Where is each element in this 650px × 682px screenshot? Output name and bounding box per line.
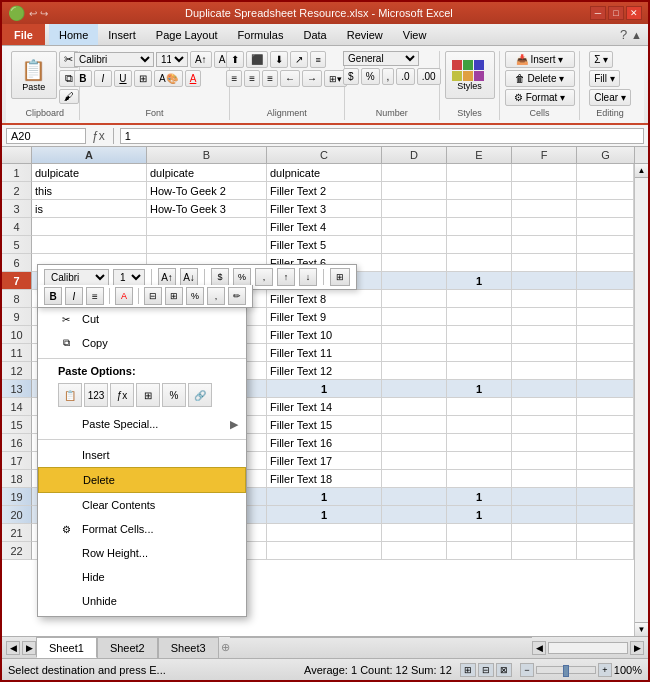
row-header[interactable]: 10 <box>2 326 32 344</box>
row-header[interactable]: 19 <box>2 488 32 506</box>
row-header[interactable]: 3 <box>2 200 32 218</box>
number-format-select[interactable]: General <box>343 51 419 66</box>
align-center-button[interactable]: ≡ <box>244 70 260 87</box>
scroll-right-button[interactable]: ▶ <box>630 641 644 655</box>
formula-input[interactable] <box>120 128 644 144</box>
grid-cell[interactable]: Filler Text 3 <box>267 200 382 218</box>
row-header[interactable]: 16 <box>2 434 32 452</box>
grid-cell[interactable] <box>382 290 447 308</box>
grid-cell[interactable]: this <box>32 182 147 200</box>
grid-cell[interactable] <box>512 200 577 218</box>
grid-cell[interactable] <box>382 434 447 452</box>
minimize-button[interactable]: ─ <box>590 6 606 20</box>
window-controls[interactable]: ─ □ ✕ <box>590 6 642 20</box>
grid-cell[interactable] <box>512 524 577 542</box>
menu-formulas[interactable]: Formulas <box>228 24 294 45</box>
styles-button[interactable]: Styles <box>445 51 495 99</box>
align-middle-button[interactable]: ⬛ <box>246 51 268 68</box>
grid-cell[interactable]: Filler Text 17 <box>267 452 382 470</box>
preview-view-button[interactable]: ⊠ <box>496 663 512 677</box>
mini-comma-button[interactable]: , <box>255 268 273 286</box>
grid-cell[interactable]: Filler Text 15 <box>267 416 382 434</box>
grid-cell[interactable]: Filler Text 14 <box>267 398 382 416</box>
row-header[interactable]: 15 <box>2 416 32 434</box>
grid-cell[interactable] <box>512 434 577 452</box>
row-header[interactable]: 13 <box>2 380 32 398</box>
insert-cells-button[interactable]: 📥 Insert ▾ <box>505 51 575 68</box>
mini-italic-button[interactable]: I <box>65 287 83 305</box>
mini-percent-btn2[interactable]: % <box>186 287 204 305</box>
mini-bold-button[interactable]: B <box>44 287 62 305</box>
grid-cell[interactable]: is <box>32 200 147 218</box>
grid-cell[interactable] <box>382 272 447 290</box>
grid-cell[interactable] <box>382 542 447 560</box>
grid-cell[interactable]: 1 <box>447 506 512 524</box>
grid-cell[interactable] <box>382 308 447 326</box>
wrap-text-button[interactable]: ≡ <box>310 51 325 68</box>
grid-cell[interactable] <box>447 290 512 308</box>
grid-cell[interactable] <box>512 416 577 434</box>
menu-view[interactable]: View <box>393 24 437 45</box>
row-header[interactable]: 4 <box>2 218 32 236</box>
grid-cell[interactable]: Filler Text 11 <box>267 344 382 362</box>
orientation-button[interactable]: ↗ <box>290 51 308 68</box>
grid-cell[interactable]: Filler Text 4 <box>267 218 382 236</box>
grid-cell[interactable] <box>382 326 447 344</box>
grid-cell[interactable] <box>512 488 577 506</box>
grid-cell[interactable] <box>512 236 577 254</box>
grid-cell[interactable] <box>512 470 577 488</box>
ctx-row-height[interactable]: Row Height... <box>38 541 246 565</box>
col-header-D[interactable]: D <box>382 147 447 164</box>
zoom-slider[interactable] <box>536 666 596 674</box>
grid-cell[interactable] <box>382 380 447 398</box>
mini-increase-decimal-button[interactable]: ↑ <box>277 268 295 286</box>
col-header-G[interactable]: G <box>577 147 634 164</box>
row-header[interactable]: 21 <box>2 524 32 542</box>
mini-font-select[interactable]: Calibri <box>44 269 109 286</box>
grid-cell[interactable] <box>382 362 447 380</box>
grid-cell[interactable] <box>512 506 577 524</box>
row-header[interactable]: 11 <box>2 344 32 362</box>
row-header[interactable]: 2 <box>2 182 32 200</box>
name-box[interactable] <box>6 128 86 144</box>
increase-decimal-button[interactable]: .00 <box>417 68 441 85</box>
paste-icon-5[interactable]: % <box>162 383 186 407</box>
grid-cell[interactable] <box>447 200 512 218</box>
mini-border-button[interactable]: ⊟ <box>144 287 162 305</box>
grid-cell[interactable] <box>382 200 447 218</box>
minimize-ribbon[interactable]: ▲ <box>631 29 642 41</box>
mini-align-button[interactable]: ≡ <box>86 287 104 305</box>
decrease-indent-button[interactable]: ← <box>280 70 300 87</box>
row-header[interactable]: 20 <box>2 506 32 524</box>
sheet-tab-2[interactable]: Sheet2 <box>97 637 158 658</box>
grid-cell[interactable] <box>447 326 512 344</box>
grid-cell[interactable] <box>447 362 512 380</box>
h-scrollbar[interactable]: ◀ ▶ <box>532 641 648 655</box>
grid-cell[interactable] <box>382 524 447 542</box>
mini-merge-button[interactable]: ⊞ <box>165 287 183 305</box>
paste-icon-1[interactable]: 📋 <box>58 383 82 407</box>
grid-cell[interactable] <box>382 506 447 524</box>
grid-cell[interactable] <box>512 254 577 272</box>
sheet-tab-3[interactable]: Sheet3 <box>158 637 219 658</box>
mini-fill-color-button[interactable]: A <box>115 287 133 305</box>
font-color-button[interactable]: A <box>185 70 202 87</box>
paste-icon-3[interactable]: ƒx <box>110 383 134 407</box>
grid-cell[interactable]: Filler Text 10 <box>267 326 382 344</box>
grid-cell[interactable] <box>512 308 577 326</box>
align-top-button[interactable]: ⬆ <box>226 51 244 68</box>
menu-home[interactable]: Home <box>49 24 98 45</box>
zoom-in-button[interactable]: + <box>598 663 612 677</box>
ctx-unhide[interactable]: Unhide <box>38 589 246 613</box>
grid-cell[interactable] <box>447 164 512 182</box>
clear-button[interactable]: Clear ▾ <box>589 89 631 106</box>
mini-format-button[interactable]: ⊞ <box>330 268 350 286</box>
row-header[interactable]: 1 <box>2 164 32 182</box>
mini-decrease-font-button[interactable]: A↓ <box>180 268 198 286</box>
mini-currency-button[interactable]: $ <box>211 268 229 286</box>
ctx-paste-special[interactable]: Paste Special... ▶ <box>38 412 246 436</box>
menu-page-layout[interactable]: Page Layout <box>146 24 228 45</box>
grid-cell[interactable] <box>447 398 512 416</box>
grid-cell[interactable] <box>447 434 512 452</box>
autosum-button[interactable]: Σ ▾ <box>589 51 613 68</box>
